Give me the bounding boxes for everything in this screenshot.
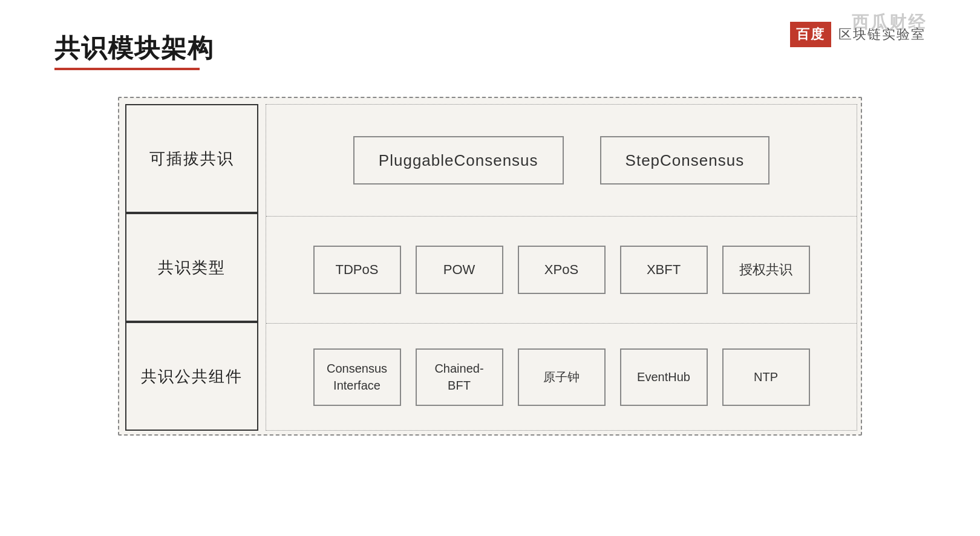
atomic-clock-box: 原子钟 <box>518 348 606 406</box>
left-column: 可插拔共识 共识类型 共识公共组件 <box>125 104 258 431</box>
row-pluggable: PluggableConsensus StepConsensus <box>266 105 857 217</box>
left-label-types: 共识类型 <box>125 213 258 322</box>
chained-bft-text: Chained-BFT <box>434 360 483 394</box>
pow-box: POW <box>416 246 503 294</box>
brand-badge: 百度 <box>790 22 831 47</box>
right-area: PluggableConsensus StepConsensus TDPoS P… <box>266 104 857 431</box>
ntp-box: NTP <box>722 348 810 406</box>
title-underline <box>54 68 200 70</box>
branding-area: 百度 区块链实验室 <box>790 22 926 47</box>
chained-bft-box: Chained-BFT <box>416 348 503 406</box>
tdpos-box: TDPoS <box>313 246 401 294</box>
eventhub-text: EventHub <box>637 368 690 385</box>
left-label-pluggable: 可插拔共识 <box>125 104 258 213</box>
row-types: TDPoS POW XPoS XBFT 授权共识 <box>266 217 857 324</box>
xbft-box: XBFT <box>620 246 708 294</box>
xpos-box: XPoS <box>518 246 606 294</box>
page-title: 共识模块架构 <box>54 31 214 65</box>
ntp-text: NTP <box>754 368 778 385</box>
brand-subtitle: 区块链实验室 <box>838 25 926 44</box>
consensus-interface-box: ConsensusInterface <box>313 348 401 406</box>
atomic-clock-text: 原子钟 <box>543 368 580 385</box>
eventhub-box: EventHub <box>620 348 708 406</box>
diagram-container: 可插拔共识 共识类型 共识公共组件 PluggableConsensus Ste… <box>118 97 862 436</box>
row-components: ConsensusInterface Chained-BFT 原子钟 Event… <box>266 324 857 430</box>
consensus-interface-text: ConsensusInterface <box>327 360 387 394</box>
step-consensus-box: StepConsensus <box>600 136 770 185</box>
left-label-components: 共识公共组件 <box>125 322 258 431</box>
pluggable-consensus-box: PluggableConsensus <box>353 136 564 185</box>
authorized-consensus-box: 授权共识 <box>722 246 810 294</box>
